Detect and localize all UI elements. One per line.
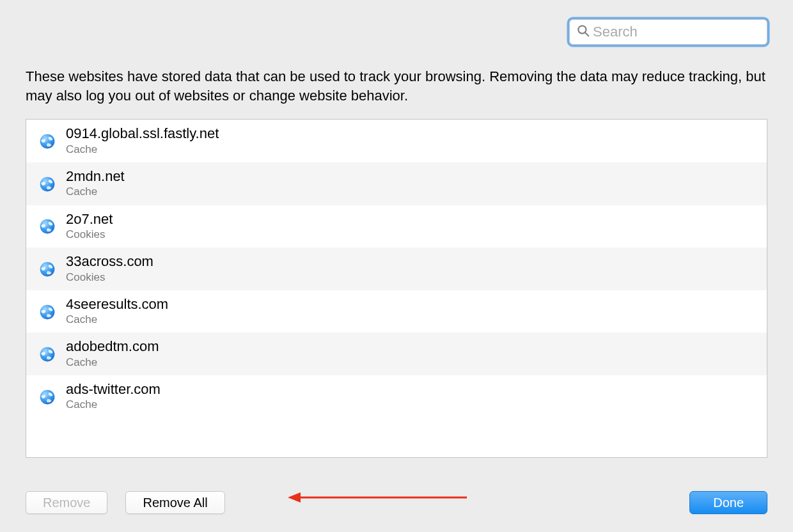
remove-button[interactable]: Remove xyxy=(26,491,107,514)
globe-icon xyxy=(39,389,56,405)
list-item[interactable]: adobedtm.comCache xyxy=(26,332,767,375)
site-data-type: Cache xyxy=(66,356,159,370)
list-item[interactable]: 0914.global.ssl.fastly.netCache xyxy=(26,120,767,162)
site-text: adobedtm.comCache xyxy=(66,338,159,370)
remove-all-button[interactable]: Remove All xyxy=(125,491,224,514)
site-data-type: Cookies xyxy=(66,228,113,242)
site-domain: 0914.global.ssl.fastly.net xyxy=(66,125,219,143)
globe-icon xyxy=(39,304,56,320)
button-row: Remove Remove All Done xyxy=(26,491,767,514)
site-domain: adobedtm.com xyxy=(66,338,159,356)
site-data-type: Cache xyxy=(66,143,219,157)
globe-icon xyxy=(39,133,56,150)
globe-icon xyxy=(39,218,56,235)
site-text: 33across.comCookies xyxy=(66,253,153,285)
list-item[interactable]: ads-twitter.comCache xyxy=(26,375,767,418)
site-data-type: Cookies xyxy=(66,270,153,285)
website-list[interactable]: 0914.global.ssl.fastly.netCache2mdn.netC… xyxy=(26,119,767,458)
globe-icon xyxy=(39,261,56,278)
done-button[interactable]: Done xyxy=(689,491,767,514)
site-domain: ads-twitter.com xyxy=(66,380,161,398)
site-text: 4seeresults.comCache xyxy=(66,295,168,327)
site-data-type: Cache xyxy=(66,185,125,199)
site-domain: 2mdn.net xyxy=(66,168,125,185)
site-domain: 33across.com xyxy=(66,253,153,270)
site-data-type: Cache xyxy=(66,313,168,327)
site-domain: 2o7.net xyxy=(66,210,113,228)
list-item[interactable]: 2mdn.netCache xyxy=(26,162,767,205)
search-box[interactable] xyxy=(569,19,767,45)
globe-icon xyxy=(39,176,56,192)
site-text: ads-twitter.comCache xyxy=(66,380,161,412)
site-domain: 4seeresults.com xyxy=(66,295,168,313)
list-item[interactable]: 2o7.netCookies xyxy=(26,205,767,248)
panel-description: These websites have stored data that can… xyxy=(26,67,767,105)
search-icon xyxy=(576,24,593,40)
site-text: 0914.global.ssl.fastly.netCache xyxy=(66,125,219,157)
site-data-type: Cache xyxy=(66,398,161,412)
website-data-panel: These websites have stored data that can… xyxy=(0,0,793,532)
search-container xyxy=(569,19,767,45)
site-text: 2mdn.netCache xyxy=(66,168,125,199)
site-text: 2o7.netCookies xyxy=(66,210,113,242)
list-item[interactable]: 4seeresults.comCache xyxy=(26,290,767,333)
globe-icon xyxy=(39,346,56,363)
search-input[interactable] xyxy=(593,24,769,40)
list-item[interactable]: 33across.comCookies xyxy=(26,247,767,290)
svg-line-1 xyxy=(585,33,588,36)
